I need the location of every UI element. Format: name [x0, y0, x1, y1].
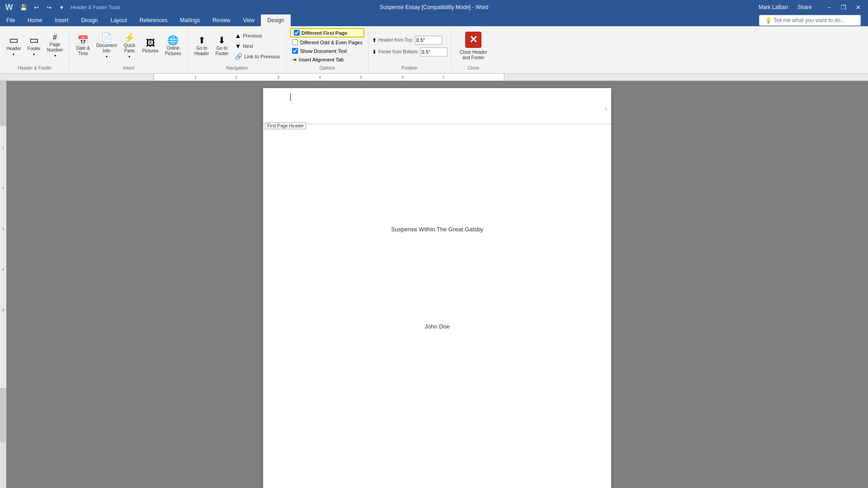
tab-view[interactable]: View — [237, 14, 261, 26]
tab-design-hf[interactable]: Design — [261, 14, 290, 26]
position-inputs: ⬆ Header from Top: ⬇ Footer from Bottom: — [372, 35, 448, 57]
svg-rect-11 — [0, 388, 6, 442]
insert-alignment-label: Insert Alignment Tab — [299, 57, 344, 62]
document-area: 1 2 3 4 5 First Page Header I Suspense W… — [0, 81, 868, 488]
goto-footer-button[interactable]: ⬇ Go toFooter — [213, 34, 231, 58]
svg-text:3: 3 — [2, 227, 5, 231]
header-area[interactable]: First Page Header I — [263, 88, 611, 124]
ribbon-content: ▭ Header ▾ ▭ Footer ▾ # PageNumber ▾ Hea… — [0, 26, 868, 73]
document-info-label: DocumentInfo — [96, 43, 117, 54]
svg-text:6: 6 — [401, 75, 404, 80]
page-number-icon: # — [53, 34, 57, 41]
close-header-footer-button[interactable]: ✕ Close Headerand Footer — [455, 29, 492, 63]
tab-file[interactable]: File — [0, 14, 21, 26]
link-to-previous-button[interactable]: 🔗 Link to Previous — [232, 52, 282, 61]
different-odd-even-checkbox[interactable] — [292, 39, 298, 45]
different-first-page-row[interactable]: Different First Page — [290, 28, 364, 38]
group-insert-content: 📅 Date &Time 📄 DocumentInfo ▾ ⚡ QuickPar… — [73, 28, 184, 64]
options-checkboxes: Different First Page Different Odd & Eve… — [290, 28, 364, 64]
page-number-dropdown-icon: ▾ — [54, 54, 56, 58]
footer-label: Footer — [28, 46, 41, 52]
tab-mailings[interactable]: Mailings — [174, 14, 206, 26]
group-position: ⬆ Header from Top: ⬇ Footer from Bottom:… — [368, 28, 452, 71]
customize-button[interactable]: ▾ — [56, 2, 67, 13]
vertical-ruler: 1 2 3 4 5 — [0, 81, 6, 488]
date-time-button[interactable]: 📅 Date &Time — [73, 34, 93, 58]
page-number-label: PageNumber — [47, 42, 63, 53]
goto-header-button[interactable]: ⬆ Go toHeader — [192, 34, 212, 58]
svg-text:7: 7 — [442, 75, 444, 80]
lightbulb-icon: 💡 — [765, 17, 772, 23]
different-first-page-checkbox[interactable] — [294, 30, 300, 36]
tab-references[interactable]: References — [133, 14, 174, 26]
restore-button[interactable]: ❒ — [837, 1, 850, 14]
goto-footer-icon: ⬇ — [218, 36, 226, 45]
footer-from-bottom-icon: ⬇ — [372, 49, 377, 55]
online-pictures-button[interactable]: 🌐 OnlinePictures — [162, 34, 184, 58]
svg-text:1: 1 — [2, 145, 5, 150]
group-close: ✕ Close Headerand Footer Close — [452, 28, 495, 71]
group-position-label: Position — [372, 64, 448, 71]
group-options-content: Different First Page Different Odd & Eve… — [290, 28, 364, 64]
link-to-previous-label: Link to Previous — [244, 54, 279, 59]
title-bar: W 💾 ↩ ↪ ▾ Header & Footer Tools Suspense… — [0, 0, 868, 14]
header-footer-tools-badge: Header & Footer Tools — [71, 5, 120, 10]
tab-design[interactable]: Design — [75, 14, 104, 26]
previous-button[interactable]: ▲ Previous — [232, 31, 282, 41]
next-button[interactable]: ▼ Next — [232, 41, 282, 51]
footer-from-bottom-row: ⬇ Footer from Bottom: — [372, 47, 448, 56]
header-dropdown-icon: ▾ — [13, 52, 14, 56]
footer-dropdown-icon: ▾ — [33, 52, 35, 56]
insert-alignment-tab-row[interactable]: ⇥ Insert Alignment Tab — [290, 56, 364, 64]
online-pictures-label: OnlinePictures — [165, 46, 181, 56]
minimize-button[interactable]: − — [823, 1, 835, 14]
group-options-label: Options — [290, 64, 364, 71]
word-icon: W — [4, 2, 14, 13]
pictures-label: Pictures — [142, 48, 158, 54]
tab-home[interactable]: Home — [21, 14, 48, 26]
footer-button[interactable]: ▭ Footer ▾ — [25, 33, 43, 58]
close-header-footer-label: Close Headerand Footer — [460, 50, 487, 61]
group-close-content: ✕ Close Headerand Footer — [455, 28, 492, 64]
document-info-icon: 📄 — [101, 33, 112, 42]
redo-button[interactable]: ↪ — [43, 2, 54, 13]
different-odd-even-row[interactable]: Different Odd & Even Pages — [290, 38, 364, 46]
header-from-top-label: Header from Top: — [378, 38, 413, 42]
group-navigation-content: ⬆ Go toHeader ⬇ Go toFooter ▲ Previous ▼… — [192, 28, 283, 64]
close-button[interactable]: ✕ — [852, 1, 864, 14]
previous-label: Previous — [243, 33, 262, 38]
footer-from-bottom-input[interactable] — [420, 47, 448, 56]
header-from-top-input[interactable] — [415, 36, 442, 45]
share-button[interactable]: Share — [792, 2, 817, 12]
document-info-button[interactable]: 📄 DocumentInfo ▾ — [94, 31, 120, 61]
group-header-footer-content: ▭ Header ▾ ▭ Footer ▾ # PageNumber ▾ — [4, 28, 66, 64]
header-button[interactable]: ▭ Header ▾ — [4, 33, 24, 58]
tab-review[interactable]: Review — [206, 14, 236, 26]
tab-insert[interactable]: Insert — [48, 14, 75, 26]
doc-info-dropdown-icon: ▾ — [106, 55, 108, 59]
show-document-text-row[interactable]: Show Document Text — [290, 47, 364, 55]
tell-me-input[interactable] — [774, 17, 855, 23]
show-document-text-checkbox[interactable] — [292, 48, 298, 54]
window-controls: Mark LaBarr Share − ❒ ✕ — [759, 1, 864, 14]
undo-button[interactable]: ↩ — [31, 2, 42, 13]
page-number-button[interactable]: # PageNumber ▾ — [44, 32, 66, 60]
pictures-icon: 🖼 — [146, 38, 155, 47]
svg-text:2: 2 — [2, 186, 5, 190]
svg-text:5: 5 — [2, 308, 5, 312]
pictures-button[interactable]: 🖼 Pictures — [139, 37, 161, 56]
save-button[interactable]: 💾 — [18, 2, 29, 13]
group-position-content: ⬆ Header from Top: ⬇ Footer from Bottom: — [372, 28, 448, 64]
page-container: First Page Header I Suspense Within The … — [6, 81, 868, 488]
tell-me-box[interactable]: 💡 — [759, 15, 861, 26]
svg-rect-10 — [0, 126, 6, 388]
close-x-icon: ✕ — [465, 32, 481, 48]
quick-parts-icon: ⚡ — [124, 33, 135, 42]
quick-parts-dropdown-icon: ▾ — [128, 55, 130, 59]
group-insert-label: Insert — [73, 64, 184, 71]
svg-text:5: 5 — [360, 75, 362, 80]
tab-layout[interactable]: Layout — [104, 14, 133, 26]
quick-parts-button[interactable]: ⚡ QuickParts ▾ — [120, 31, 138, 61]
group-navigation-label: Navigation — [192, 64, 283, 71]
quick-parts-label: QuickParts — [124, 43, 136, 54]
